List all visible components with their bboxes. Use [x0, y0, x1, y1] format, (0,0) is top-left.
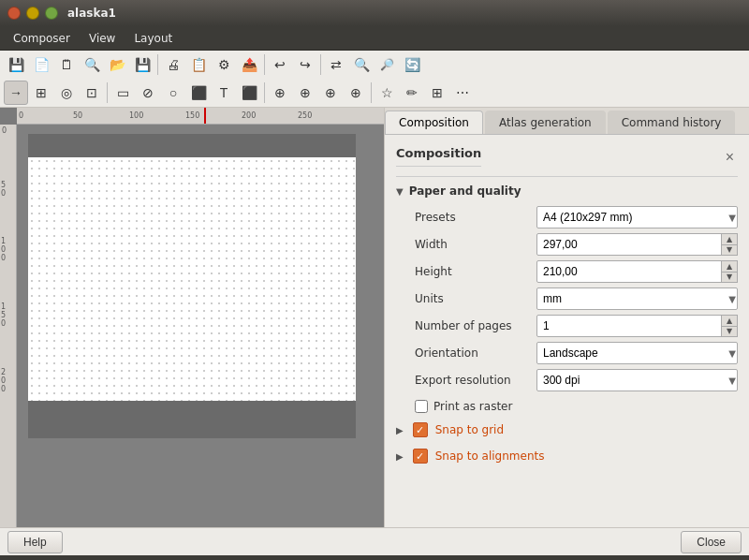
tb-save-btn[interactable]: 💾	[4, 52, 28, 77]
canvas-area[interactable]: 0 50 100 150 200 250 0 50 100 150 200	[0, 108, 384, 527]
menu-view[interactable]: View	[80, 29, 125, 48]
snap-alignments-arrow: ▶	[396, 451, 404, 462]
close-window-button[interactable]	[7, 7, 21, 20]
close-button[interactable]: Close	[681, 531, 742, 553]
canvas-content[interactable]	[17, 125, 384, 527]
maximize-window-button[interactable]	[45, 7, 58, 20]
export-res-select[interactable]: 300 dpi	[536, 369, 738, 391]
ruler-mark-100: 100	[129, 111, 143, 120]
tb-circle-btn[interactable]: ○	[161, 81, 185, 105]
tb-rect-btn[interactable]: ▭	[110, 81, 135, 105]
page-canvas[interactable]	[28, 157, 356, 401]
height-input[interactable]	[536, 260, 738, 283]
paper-quality-header[interactable]: ▼ Paper and quality	[396, 181, 738, 201]
ruler-v-mark-100: 100	[1, 237, 6, 262]
sep-3	[320, 54, 321, 75]
width-field: ▲ ▼	[536, 233, 738, 256]
tb-copy-btn[interactable]: 🗒	[54, 52, 79, 77]
tb-refresh-btn[interactable]: 🔄	[400, 52, 424, 77]
width-spin-down[interactable]: ▼	[721, 244, 738, 257]
height-spin-up[interactable]: ▲	[721, 260, 738, 272]
ruler-vertical: 0 50 100 150 200	[0, 125, 17, 527]
width-input[interactable]	[536, 233, 738, 256]
panel-title-row: Composition ×	[396, 142, 738, 177]
tb-lasso-btn[interactable]: ⊡	[80, 81, 104, 105]
paper-quality-label: Paper and quality	[409, 184, 521, 198]
units-field: mm ▼	[536, 287, 738, 310]
num-pages-field: ▲ ▼	[536, 315, 738, 337]
tb-save2-btn[interactable]: 💾	[130, 52, 154, 77]
toolbar-row-2: → ⊞ ◎ ⊡ ▭ ⊘ ○ ⬛ T ⬛ ⊕ ⊕ ⊕ ⊕ ☆ ✏ ⊞ ⋯	[0, 79, 749, 107]
tb-zoomin-btn[interactable]: 🔍	[349, 52, 374, 77]
tb-add-btn[interactable]: ⊕	[268, 81, 292, 105]
tb-move-btn[interactable]: ⊞	[29, 81, 53, 105]
width-spinner: ▲ ▼	[721, 233, 738, 256]
tb-find-btn[interactable]: 🔍	[80, 52, 104, 77]
height-field: ▲ ▼	[536, 260, 738, 283]
units-select[interactable]: mm	[536, 287, 738, 310]
snap-grid-checkbox[interactable]: ✓	[413, 422, 428, 437]
tb-open-btn[interactable]: 📂	[105, 52, 129, 77]
right-panel: Composition Atlas generation Command his…	[384, 108, 749, 527]
ruler-mark-200: 200	[242, 111, 256, 120]
tb-paste-btn[interactable]: 📋	[186, 52, 211, 77]
panel-title: Composition	[396, 142, 481, 167]
tb-cross-btn[interactable]: ⊘	[136, 81, 160, 105]
ruler-mark-250: 250	[298, 111, 312, 120]
tab-atlas-generation[interactable]: Atlas generation	[485, 111, 606, 134]
ruler-v-mark-150: 150	[1, 302, 6, 328]
help-button[interactable]: Help	[7, 531, 63, 553]
tab-composition[interactable]: Composition	[385, 111, 483, 134]
ruler-v-mark-200: 200	[1, 368, 6, 393]
height-spin-down[interactable]: ▼	[721, 272, 738, 284]
tb-more-btn[interactable]: ⋯	[450, 81, 475, 105]
snap-alignments-row[interactable]: ▶ ✓ Snap to alignments	[396, 443, 738, 469]
tb-print-btn[interactable]: 🖨	[161, 52, 185, 77]
panel-content[interactable]: Composition × ▼ Paper and quality Preset…	[385, 135, 749, 527]
tb-select-btn[interactable]: →	[4, 81, 28, 105]
tb-star-btn[interactable]: ☆	[374, 81, 399, 105]
tb-edit-btn[interactable]: ✏	[400, 81, 424, 105]
section-arrow-down: ▼	[396, 186, 404, 197]
tab-command-history[interactable]: Command history	[608, 111, 736, 134]
tb-add3-btn[interactable]: ⊕	[318, 81, 343, 105]
snap-grid-arrow: ▶	[396, 425, 404, 435]
print-raster-checkbox[interactable]	[415, 400, 428, 413]
num-pages-input[interactable]	[536, 315, 738, 337]
width-spin-up[interactable]: ▲	[721, 233, 738, 244]
tb-undo-btn[interactable]: ↩	[268, 52, 292, 77]
orientation-row: Orientation Landscape Portrait ▼	[396, 342, 738, 364]
menu-layout[interactable]: Layout	[125, 29, 182, 48]
tb-settings-btn[interactable]: ⚙	[212, 52, 236, 77]
presets-select[interactable]: A4 (210x297 mm)	[536, 206, 738, 228]
minimize-window-button[interactable]	[26, 7, 39, 20]
page-bottom-shadow	[28, 401, 356, 438]
ruler-v-mark-50: 50	[1, 181, 6, 198]
tb-zoom-btn[interactable]: ◎	[54, 81, 79, 105]
num-pages-spinner: ▲ ▼	[721, 315, 738, 337]
num-pages-spin-down[interactable]: ▼	[721, 326, 738, 338]
tb-pan-btn[interactable]: ⇄	[324, 52, 348, 77]
snap-alignments-checkbox[interactable]: ✓	[413, 449, 428, 464]
tb-redo-btn[interactable]: ↪	[293, 52, 317, 77]
presets-row: Presets A4 (210x297 mm) ▼	[396, 206, 738, 228]
ruler-mark-0: 0	[19, 111, 23, 120]
num-pages-spin-up[interactable]: ▲	[721, 315, 738, 326]
tb-polygon-btn[interactable]: ⬛	[186, 81, 211, 105]
tb-export-btn[interactable]: 📤	[237, 52, 261, 77]
tb-zoomout-btn[interactable]: 🔎	[374, 52, 399, 77]
tb-add2-btn[interactable]: ⊕	[293, 81, 317, 105]
tb-add4-btn[interactable]: ⊕	[344, 81, 368, 105]
orientation-select[interactable]: Landscape Portrait	[536, 342, 738, 364]
num-pages-row: Number of pages ▲ ▼	[396, 315, 738, 337]
tb-new-btn[interactable]: 📄	[29, 52, 53, 77]
menu-composer[interactable]: Composer	[4, 29, 80, 48]
close-panel-button[interactable]: ×	[722, 149, 738, 166]
tb-text-btn[interactable]: T	[212, 81, 236, 105]
sep-1	[157, 54, 158, 75]
window-controls[interactable]	[7, 7, 58, 20]
tb-fill-btn[interactable]: ⬛	[237, 81, 261, 105]
tb-grid-btn[interactable]: ⊞	[425, 81, 449, 105]
orientation-label: Orientation	[415, 346, 536, 360]
snap-grid-row[interactable]: ▶ ✓ Snap to grid	[396, 417, 738, 443]
